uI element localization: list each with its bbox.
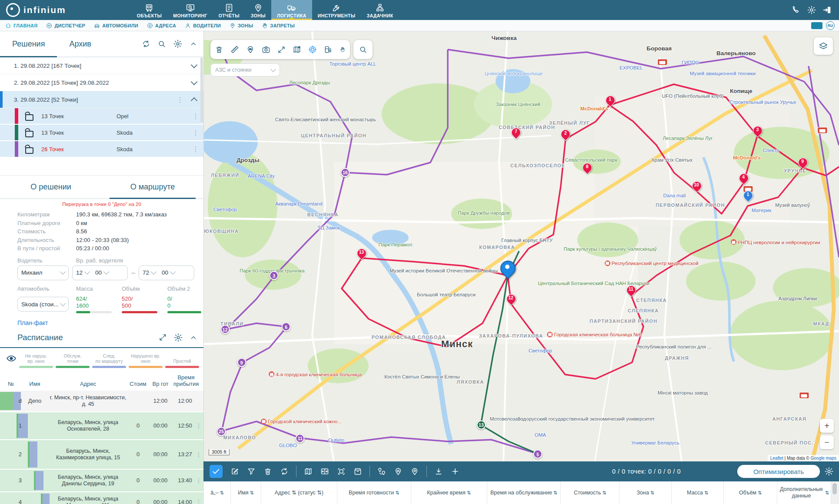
table-col-1[interactable]: Имя⇅ xyxy=(230,481,261,504)
lock-open-icon[interactable] xyxy=(25,131,33,137)
route-point-pin-red[interactable]: 3 xyxy=(753,126,762,136)
table-col-10[interactable]: Дополнительные данные⇅ xyxy=(777,481,831,504)
trash-icon[interactable] xyxy=(215,45,223,54)
chevron-up-icon[interactable] xyxy=(190,334,197,342)
ruler-icon[interactable] xyxy=(230,45,239,54)
more-icon[interactable]: ⋮ xyxy=(192,129,199,137)
worktime-to-select[interactable]: 72 00 xyxy=(139,265,194,280)
worktime-from-select[interactable]: 12 00 xyxy=(72,265,128,280)
fuel-icon[interactable] xyxy=(324,45,333,54)
refresh-icon[interactable] xyxy=(142,40,150,48)
tab-archive[interactable]: Архив xyxy=(57,31,103,56)
nav-tab-1[interactable]: МОНИТОРИНГ xyxy=(167,0,213,20)
subnav-1[interactable]: ДИСПЕТЧЕР xyxy=(43,23,89,29)
archive-icon[interactable] xyxy=(353,467,362,476)
point-pin-blue[interactable]: 1 xyxy=(743,191,753,200)
schedule-row-1[interactable]: 1 Беларусь, Минск, улица Основателей, 28… xyxy=(0,412,203,440)
plus-icon[interactable] xyxy=(451,467,459,476)
table-col-5[interactable]: Время на обслуживание⇅ xyxy=(487,481,561,504)
table-col-3[interactable]: Время готовности⇅ xyxy=(337,481,411,504)
phone-icon[interactable] xyxy=(791,5,801,15)
nav-tab-4[interactable]: ЛОГИСТИКА xyxy=(271,0,312,20)
more-icon[interactable]: ⋮ xyxy=(196,499,202,504)
route-point-pin-red[interactable]: 11 xyxy=(626,285,636,295)
exit-icon[interactable] xyxy=(822,5,832,15)
check-icon[interactable] xyxy=(210,465,223,478)
hand-icon[interactable] xyxy=(340,46,346,53)
table-col-8[interactable]: Масса⇅ xyxy=(671,481,723,504)
chevron-down-icon[interactable] xyxy=(191,62,198,69)
gear-icon[interactable] xyxy=(807,5,816,15)
gear-icon[interactable] xyxy=(173,333,183,342)
download-icon[interactable] xyxy=(434,467,443,476)
route-point-pin-red[interactable]: 10 xyxy=(692,181,702,191)
schedule-row-0[interactable]: d Депо г. Минск, пр-т. Независимости, д.… xyxy=(0,391,203,412)
route-point-pin-red[interactable]: 9 xyxy=(798,158,808,167)
table-col-0[interactable]: â„–⇅ xyxy=(203,481,230,504)
nav-tab-6[interactable]: ЗАДАЧНИК xyxy=(361,0,399,20)
map-question-icon[interactable] xyxy=(293,45,301,54)
expand-icon[interactable] xyxy=(159,333,167,342)
more-icon[interactable]: ⋮ xyxy=(196,477,202,484)
sidebar-scrollbar[interactable] xyxy=(200,57,203,123)
route-point-purple[interactable]: 9 xyxy=(237,358,246,367)
route-point-pin-red[interactable]: 4 xyxy=(739,173,749,183)
route-point-purple[interactable]: 25 xyxy=(216,427,226,436)
layers-button[interactable] xyxy=(814,37,833,55)
more-icon[interactable]: ⋮ xyxy=(176,96,183,104)
optimize-button[interactable]: Оптимизировать xyxy=(737,465,820,478)
split-icon[interactable] xyxy=(320,467,329,476)
language-badge[interactable]: RU xyxy=(826,21,835,30)
lock-open-icon[interactable] xyxy=(25,147,33,154)
subnav-5[interactable]: ЗОНЫ xyxy=(226,23,256,29)
subnav-0[interactable]: ГЛАВНАЯ xyxy=(2,23,41,29)
table-col-9[interactable]: Объём⇅ xyxy=(723,481,777,504)
brand[interactable]: infinium xyxy=(6,3,66,17)
map[interactable]: ЧижовкаБороваяВалерьяновоКопищеТорговый … xyxy=(203,31,839,461)
table-scrollbar[interactable] xyxy=(831,481,839,504)
route-point-purple[interactable]: 16 xyxy=(341,168,350,177)
chevron-up-icon[interactable] xyxy=(190,40,197,48)
search-icon[interactable] xyxy=(157,40,166,48)
pin-home-icon[interactable] xyxy=(394,467,403,476)
chevron-down-icon[interactable] xyxy=(191,79,198,86)
route-point-pin-red[interactable]: 8 xyxy=(583,163,592,172)
filter-icon[interactable] xyxy=(247,467,256,476)
subnav-4[interactable]: ВОДИТЕЛИ xyxy=(181,23,224,29)
route-point-pin-red[interactable]: 2 xyxy=(561,129,570,139)
map-icon[interactable] xyxy=(304,467,313,476)
solution-row-2[interactable]: 2. 29.08.2022 [15 Точек] 29.08.2022 xyxy=(0,74,203,91)
route-point-green[interactable]: 13 xyxy=(476,420,486,429)
route-row-0[interactable]: 13 Точек Opel ⋮ xyxy=(0,108,203,125)
table-col-7[interactable]: Зона⇅ xyxy=(619,481,671,504)
plan-fact-link[interactable]: План-факт xyxy=(17,319,203,326)
subnav-6[interactable]: ЗАПРЕТЫ xyxy=(258,23,298,29)
driver-select[interactable]: Михаил xyxy=(17,265,69,280)
camera-icon[interactable] xyxy=(262,45,270,54)
route-point-purple[interactable]: 12 xyxy=(220,325,230,334)
pin-icon[interactable] xyxy=(410,467,419,476)
route-pins-icon[interactable] xyxy=(377,467,386,476)
edit-icon[interactable] xyxy=(230,467,239,476)
schedule-row-2[interactable]: 2 Беларусь, Минск, Казимировская улица, … xyxy=(0,440,203,470)
subnav-2[interactable]: АВТОМОБИЛИ xyxy=(90,23,142,29)
depot-pin-blue[interactable] xyxy=(500,261,515,275)
trash-icon[interactable] xyxy=(263,467,272,476)
table-col-4[interactable]: Крайнее время⇅ xyxy=(411,481,487,504)
table-col-2[interactable]: Адрес ⇅ (статус ⇅) xyxy=(261,481,337,504)
gear-icon[interactable] xyxy=(824,467,834,476)
subnav-3[interactable]: АДРЕСА xyxy=(143,23,180,29)
gear-icon[interactable] xyxy=(173,39,183,49)
tab-about-route[interactable]: О маршруте xyxy=(102,176,203,198)
route-point-purple[interactable]: 5 xyxy=(533,450,543,459)
route-point-pin-red[interactable]: 13 xyxy=(357,249,366,258)
route-point-purple[interactable]: 3 xyxy=(270,271,279,280)
more-icon[interactable]: ⋮ xyxy=(196,422,202,429)
eye-icon[interactable] xyxy=(6,353,17,364)
nav-tab-3[interactable]: ЗОНЫ xyxy=(245,0,271,20)
route-row-1[interactable]: 13 Точек Skoda ⋮ xyxy=(0,125,203,141)
map-search-button[interactable] xyxy=(353,40,373,59)
nav-tab-0[interactable]: ОБЪЕКТЫ xyxy=(131,0,168,20)
solution-row-1[interactable]: 1. 29.08.2022 [167 Точек] xyxy=(0,57,203,74)
route-point-pin-red[interactable]: 1 xyxy=(606,96,615,105)
